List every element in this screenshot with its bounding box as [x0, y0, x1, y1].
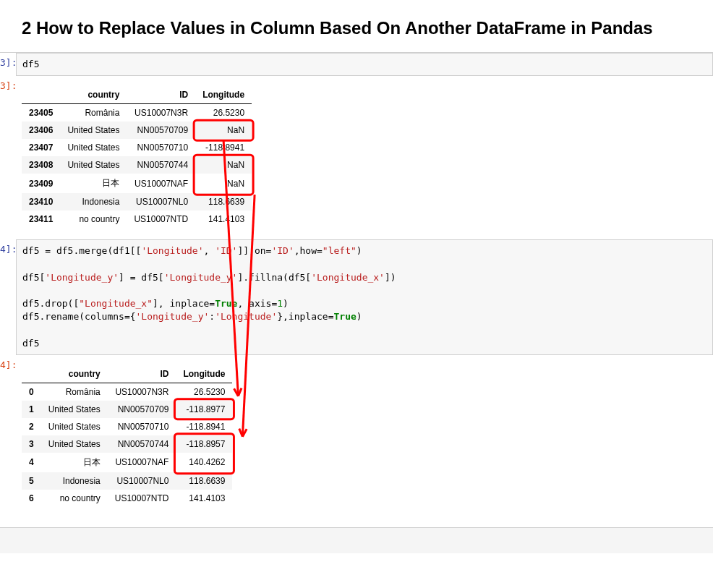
cell: NaN: [195, 122, 252, 139]
cell: Indonesia: [60, 193, 127, 210]
input-prompt: 3]:: [0, 53, 16, 68]
cell: NaN: [195, 156, 252, 174]
row-index: 23409: [22, 174, 60, 193]
notebook-output-cell: 3]: countryIDLongitude 23405RomâniaUS100…: [0, 76, 713, 239]
cell: NN00570744: [127, 156, 195, 174]
dataframe-output: countryIDLongitude 23405RomâniaUS10007N3…: [16, 76, 713, 239]
row-index: 6: [22, 490, 41, 507]
table-row: 4日本US10007NAF140.4262: [22, 453, 232, 472]
cell: 141.4103: [195, 210, 252, 228]
cell: NN00570709: [108, 401, 176, 418]
table-row: 0RomâniaUS10007N3R26.5230: [22, 383, 232, 401]
table-row: 6no countryUS10007NTD141.4103: [22, 490, 232, 507]
cell: US10007NL0: [127, 193, 195, 210]
code-text: df5: [22, 59, 39, 69]
cell: 日本: [60, 174, 127, 193]
cell: United States: [60, 122, 127, 139]
cell: United States: [41, 418, 108, 435]
column-header: [22, 365, 41, 383]
cell: United States: [41, 401, 108, 418]
cell: United States: [41, 435, 108, 453]
notebook-output-cell: 4]: countryIDLongitude 0RomâniaUS10007N3…: [0, 355, 713, 519]
column-header: ID: [108, 365, 176, 383]
cell: United States: [60, 139, 127, 156]
cell: 26.5230: [176, 383, 232, 401]
row-index: 23411: [22, 210, 60, 228]
cell: 118.6639: [176, 472, 232, 490]
code-input[interactable]: df5 = df5.merge(df1[['Longitude', 'ID']]…: [16, 239, 713, 355]
column-header: country: [41, 365, 108, 383]
row-index: 23406: [22, 122, 60, 139]
row-index: 23405: [22, 104, 60, 122]
row-index: 2: [22, 418, 41, 435]
cell: 日本: [41, 453, 108, 472]
notebook-input-cell: 4]: df5 = df5.merge(df1[['Longitude', 'I…: [0, 239, 713, 355]
cell: United States: [60, 156, 127, 174]
row-index: 23410: [22, 193, 60, 210]
cell: NaN: [195, 174, 252, 193]
cell: 118.6639: [195, 193, 252, 210]
cell: NN00570709: [127, 122, 195, 139]
cell: NN00570710: [108, 418, 176, 435]
row-index: 4: [22, 453, 41, 472]
cell: US10007NL0: [108, 472, 176, 490]
column-header: country: [60, 86, 127, 104]
cell: US10007NTD: [108, 490, 176, 507]
cell: România: [60, 104, 127, 122]
table-row: 2United StatesNN00570710-118.8941: [22, 418, 232, 435]
table-row: 23407United StatesNN00570710-118.8941: [22, 139, 252, 156]
dataframe-table: countryIDLongitude 23405RomâniaUS10007N3…: [22, 86, 252, 228]
cell: -118.8941: [195, 139, 252, 156]
row-index: 23408: [22, 156, 60, 174]
column-header: Longitude: [176, 365, 232, 383]
cell: US10007N3R: [127, 104, 195, 122]
cell: 26.5230: [195, 104, 252, 122]
column-header: ID: [127, 86, 195, 104]
table-row: 23408United StatesNN00570744NaN: [22, 156, 252, 174]
table-row: 23405RomâniaUS10007N3R26.5230: [22, 104, 252, 122]
table-row: 23406United StatesNN00570709NaN: [22, 122, 252, 139]
section-heading: 2 How to Replace Values in Column Based …: [22, 17, 691, 39]
cell: NN00570710: [127, 139, 195, 156]
cell: no country: [41, 490, 108, 507]
cell: -118.8977: [176, 401, 232, 418]
row-index: 0: [22, 383, 41, 401]
column-header: Longitude: [195, 86, 252, 104]
cell: 140.4262: [176, 453, 232, 472]
cell: US10007NAF: [108, 453, 176, 472]
cell: US10007N3R: [108, 383, 176, 401]
table-row: 23409日本US10007NAFNaN: [22, 174, 252, 193]
row-index: 23407: [22, 139, 60, 156]
dataframe-output: countryIDLongitude 0RomâniaUS10007N3R26.…: [16, 355, 713, 519]
output-prompt: 4]:: [0, 355, 16, 370]
row-index: 3: [22, 435, 41, 453]
table-row: 23411no countryUS10007NTD141.4103: [22, 210, 252, 228]
cell: NN00570744: [108, 435, 176, 453]
cell: România: [41, 383, 108, 401]
row-index: 1: [22, 401, 41, 418]
cell: US10007NAF: [127, 174, 195, 193]
column-header: [22, 86, 60, 104]
cell: Indonesia: [41, 472, 108, 490]
code-input[interactable]: df5: [16, 53, 713, 76]
output-prompt: 3]:: [0, 76, 16, 91]
row-index: 5: [22, 472, 41, 490]
table-row: 5IndonesiaUS10007NL0118.6639: [22, 472, 232, 490]
cell: -118.8957: [176, 435, 232, 453]
cell: -118.8941: [176, 418, 232, 435]
table-row: 23410IndonesiaUS10007NL0118.6639: [22, 193, 252, 210]
cell: US10007NTD: [127, 210, 195, 228]
dataframe-table: countryIDLongitude 0RomâniaUS10007N3R26.…: [22, 365, 232, 507]
cell: 141.4103: [176, 490, 232, 507]
cell: no country: [60, 210, 127, 228]
notebook-input-cell: 3]: df5: [0, 53, 713, 76]
input-prompt: 4]:: [0, 239, 16, 255]
table-row: 3United StatesNN00570744-118.8957: [22, 435, 232, 453]
table-row: 1United StatesNN00570709-118.8977: [22, 401, 232, 418]
